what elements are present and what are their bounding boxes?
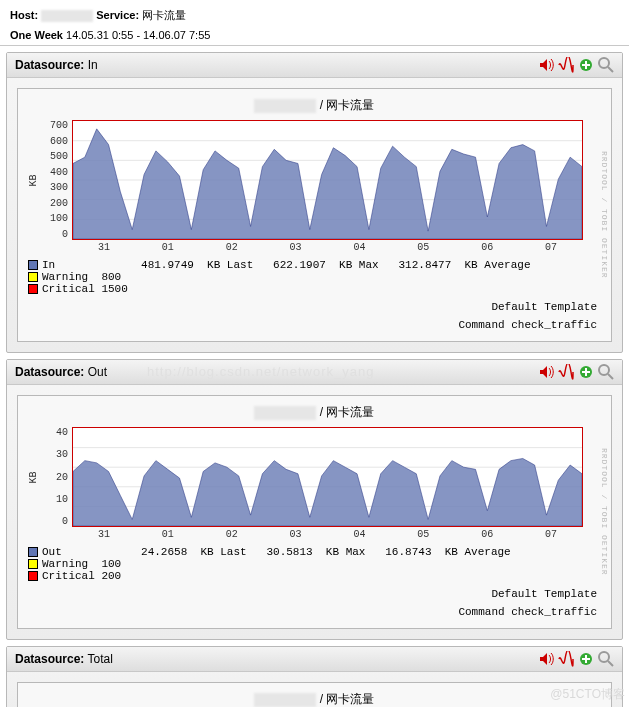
panel-toolbar [538, 364, 614, 380]
plus-icon[interactable] [578, 651, 594, 667]
graph-in: / 网卡流量 RRDTOOL / TOBI OETIKER KB 7006005… [17, 88, 612, 342]
panel-in: Datasource: In / 网卡流量 RRDTOOL / TOBI OET… [6, 52, 623, 353]
graph-out: / 网卡流量 RRDTOOL / TOBI OETIKER KB 4030201… [17, 395, 612, 629]
panel-in-title: Datasource: In [7, 53, 622, 78]
template-line: Default Template [24, 584, 605, 602]
legend-in: In 481.9749 KB Last 622.1907 KB Max 312.… [24, 253, 605, 297]
rrdtool-credit: RRDTOOL / TOBI OETIKER [595, 95, 609, 335]
zoom-icon[interactable] [598, 364, 614, 380]
svg-point-8 [599, 365, 609, 375]
speaker-icon[interactable] [538, 651, 554, 667]
corner-watermark: @51CTO博客 [550, 686, 625, 703]
rrdtool-credit: RRDTOOL / TOBI OETIKER [595, 402, 609, 622]
svg-point-14 [599, 652, 609, 662]
speaker-icon[interactable] [538, 57, 554, 73]
command-line: Command check_traffic [24, 602, 605, 620]
wave-icon[interactable] [558, 57, 574, 73]
chart-area-in [72, 120, 583, 240]
y-axis-label: KB [27, 471, 38, 483]
legend-out: Out 24.2658 KB Last 30.5813 KB Max 16.87… [24, 540, 605, 584]
wave-icon[interactable] [558, 651, 574, 667]
x-axis: 3101020304050607 [24, 529, 583, 540]
speaker-icon[interactable] [538, 364, 554, 380]
panel-total: Datasource: Total / 网卡流量 [6, 646, 623, 707]
graph-total: / 网卡流量 [17, 682, 612, 707]
panel-out: http://blog.csdn.net/network_yang Dataso… [6, 359, 623, 640]
panel-toolbar [538, 57, 614, 73]
panel-total-title: Datasource: Total [7, 647, 622, 672]
x-axis: 3101020304050607 [24, 242, 583, 253]
host-label: Host: [10, 9, 38, 21]
chart-area-out [72, 427, 583, 527]
service-label: Service: [96, 9, 139, 21]
time-range-value: 14.05.31 0:55 - 14.06.07 7:55 [66, 29, 210, 41]
template-line: Default Template [24, 297, 605, 315]
time-range: One Week 14.05.31 0:55 - 14.06.07 7:55 [0, 25, 629, 46]
plus-icon[interactable] [578, 364, 594, 380]
service-value: 网卡流量 [142, 9, 186, 21]
time-range-label: One Week [10, 29, 63, 41]
y-axis-label: KB [27, 174, 38, 186]
panel-toolbar [538, 651, 614, 667]
page-header: Host: Service: 网卡流量 [0, 0, 629, 25]
zoom-icon[interactable] [598, 651, 614, 667]
svg-point-1 [599, 58, 609, 68]
host-value-redacted [41, 10, 93, 22]
plus-icon[interactable] [578, 57, 594, 73]
panel-out-title: Datasource: Out [7, 360, 622, 385]
y-ticks: 403020100 [42, 427, 72, 527]
zoom-icon[interactable] [598, 57, 614, 73]
command-line: Command check_traffic [24, 315, 605, 333]
wave-icon[interactable] [558, 364, 574, 380]
y-ticks: 7006005004003002001000 [42, 120, 72, 240]
